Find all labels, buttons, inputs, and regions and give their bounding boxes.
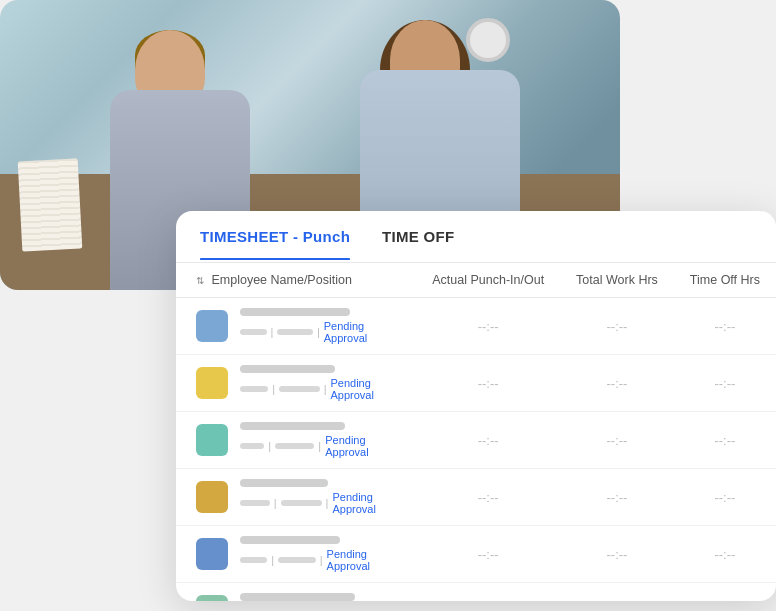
col-name: ⇅ Employee Name/Position <box>176 263 416 298</box>
separator-1: | <box>272 383 275 395</box>
pending-label-0: Pending Approval <box>324 320 400 344</box>
meta-bar2-3 <box>281 500 322 506</box>
separator-4: | <box>271 554 274 566</box>
separator-0: | <box>271 326 274 338</box>
total-cell-1: --:-- <box>560 355 674 412</box>
table-wrapper: ⇅ Employee Name/Position Actual Punch-In… <box>176 263 776 601</box>
table-row: ||Pending Approval--:----:----:-- <box>176 469 776 526</box>
meta-bar2-4 <box>278 557 316 563</box>
separator2-3: | <box>326 497 329 509</box>
employee-cell-4: ||Pending Approval <box>176 526 416 583</box>
timeoff-cell-4: --:-- <box>674 526 776 583</box>
separator-3: | <box>274 497 277 509</box>
table-row: ||Pending Approval--:----:----:-- <box>176 526 776 583</box>
col-timeoff: Time Off Hrs <box>674 263 776 298</box>
timeoff-cell-3: --:-- <box>674 469 776 526</box>
tab-timesheet[interactable]: TIMESHEET - Punch <box>200 214 350 259</box>
employee-avatar-0 <box>196 310 228 342</box>
meta-bar1-0 <box>240 329 267 335</box>
meta-bar2-1 <box>279 386 319 392</box>
meta-bar1-4 <box>240 557 267 563</box>
table-row: ||Pending Approval--:----:----:-- <box>176 298 776 355</box>
table-row: ||Pending Approval--:----:----:-- <box>176 583 776 602</box>
employee-name-bar-5 <box>240 593 355 601</box>
employee-name-bar-4 <box>240 536 340 544</box>
total-cell-5: --:-- <box>560 583 674 602</box>
timeoff-cell-2: --:-- <box>674 412 776 469</box>
main-card: TIMESHEET - Punch TIME OFF ⇅ Employee Na… <box>176 211 776 601</box>
tab-timeoff[interactable]: TIME OFF <box>382 214 454 259</box>
punch-cell-2: --:-- <box>416 412 560 469</box>
punch-cell-3: --:-- <box>416 469 560 526</box>
table-row: ||Pending Approval--:----:----:-- <box>176 412 776 469</box>
employee-cell-2: ||Pending Approval <box>176 412 416 469</box>
employee-avatar-2 <box>196 424 228 456</box>
col-punch: Actual Punch-In/Out <box>416 263 560 298</box>
meta-bar1-3 <box>240 500 270 506</box>
total-cell-3: --:-- <box>560 469 674 526</box>
employee-avatar-1 <box>196 367 228 399</box>
punch-cell-1: --:-- <box>416 355 560 412</box>
total-cell-4: --:-- <box>560 526 674 583</box>
punch-cell-5: --:-- <box>416 583 560 602</box>
employee-cell-1: ||Pending Approval <box>176 355 416 412</box>
employee-name-bar-0 <box>240 308 350 316</box>
col-total: Total Work Hrs <box>560 263 674 298</box>
meta-bar1-1 <box>240 386 268 392</box>
separator2-4: | <box>320 554 323 566</box>
employee-cell-0: ||Pending Approval <box>176 298 416 355</box>
total-cell-0: --:-- <box>560 298 674 355</box>
meta-bar2-0 <box>277 329 312 335</box>
separator-2: | <box>268 440 271 452</box>
separator2-0: | <box>317 326 320 338</box>
table-header-row: ⇅ Employee Name/Position Actual Punch-In… <box>176 263 776 298</box>
punch-cell-4: --:-- <box>416 526 560 583</box>
pending-label-2: Pending Approval <box>325 434 400 458</box>
timeoff-cell-0: --:-- <box>674 298 776 355</box>
employee-cell-5: ||Pending Approval <box>176 583 416 602</box>
employee-avatar-5 <box>196 595 228 601</box>
pending-label-1: Pending Approval <box>330 377 400 401</box>
meta-bar2-2 <box>275 443 314 449</box>
tab-bar: TIMESHEET - Punch TIME OFF <box>176 211 776 263</box>
timeoff-cell-1: --:-- <box>674 355 776 412</box>
employee-avatar-4 <box>196 538 228 570</box>
meta-bar1-2 <box>240 443 264 449</box>
sort-icon: ⇅ <box>196 275 204 286</box>
separator2-2: | <box>318 440 321 452</box>
employee-cell-3: ||Pending Approval <box>176 469 416 526</box>
table-row: ||Pending Approval--:----:----:-- <box>176 355 776 412</box>
employee-name-bar-1 <box>240 365 335 373</box>
separator2-1: | <box>324 383 327 395</box>
pending-label-4: Pending Approval <box>327 548 401 572</box>
paper-stack-decoration <box>18 158 83 251</box>
scene: TIMESHEET - Punch TIME OFF ⇅ Employee Na… <box>0 0 776 611</box>
employee-table: ⇅ Employee Name/Position Actual Punch-In… <box>176 263 776 601</box>
timeoff-cell-5: --:-- <box>674 583 776 602</box>
pending-label-3: Pending Approval <box>332 491 400 515</box>
employee-avatar-3 <box>196 481 228 513</box>
total-cell-2: --:-- <box>560 412 674 469</box>
employee-name-bar-2 <box>240 422 345 430</box>
employee-name-bar-3 <box>240 479 328 487</box>
punch-cell-0: --:-- <box>416 298 560 355</box>
